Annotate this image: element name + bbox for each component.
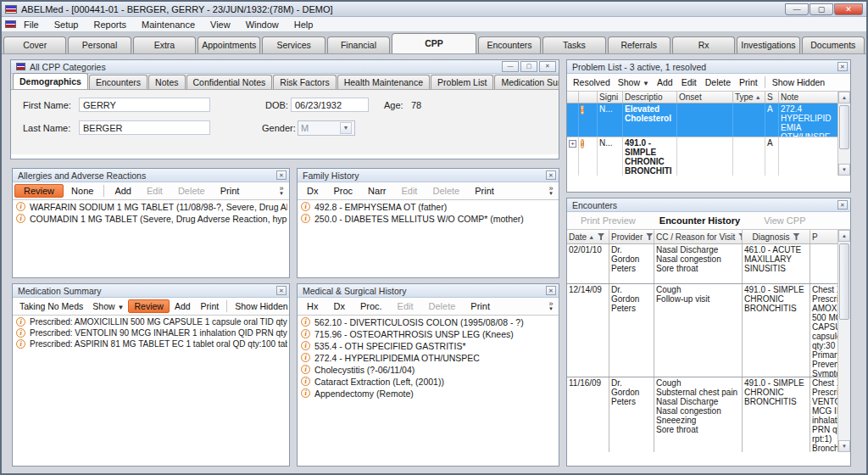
cpp-tab-medication-summary[interactable]: Medication Summary [494, 75, 559, 89]
medication-item[interactable]: i Prescribed: AMOXICILLIN 500 MG CAPSULE… [14, 316, 287, 327]
medication-panel-button[interactable]: ✕ [276, 286, 287, 295]
allergies-add-button[interactable]: Add [107, 184, 139, 198]
medsurg-dx-button[interactable]: Dx [326, 299, 352, 313]
family-edit-button[interactable]: Edit [393, 184, 425, 198]
allergy-item[interactable]: i COUMADIN 1 MG TABLET (Severe, Drug Adv… [14, 213, 287, 225]
menu-file[interactable]: File [16, 18, 47, 31]
hx-button[interactable]: Hx [299, 299, 326, 313]
menu-view[interactable]: View [203, 18, 238, 31]
medsurg-overflow-icon[interactable]: »▼ [545, 301, 557, 311]
family-history-panel-button[interactable]: ✕ [546, 170, 556, 180]
cpp-minimize-button[interactable]: — [502, 61, 519, 72]
col-note[interactable]: Note [779, 92, 837, 103]
col-status[interactable]: S [765, 92, 779, 103]
resolved-button[interactable]: Resolved [569, 75, 615, 89]
menu-window[interactable]: Window [238, 18, 287, 31]
allergies-print-button[interactable]: Print [213, 184, 248, 198]
first-name-input[interactable] [79, 98, 210, 112]
encounter-row[interactable]: 12/14/09 Dr. Gordon Peters Cough Follow-… [567, 284, 837, 377]
tab-investigations[interactable]: Investigations [737, 36, 799, 53]
maximize-button[interactable]: ▢ [810, 3, 833, 15]
tab-documents[interactable]: Documents [802, 36, 865, 53]
scrollbar-thumb[interactable] [839, 243, 849, 320]
medication-item[interactable]: i Prescribed: VENTOLIN 90 MCG INHALER 1 … [14, 327, 287, 338]
dob-input[interactable] [291, 98, 369, 112]
medsurg-item[interactable]: i535.4 - OTH SPECIFIED GASTRITIS* [299, 340, 557, 352]
family-history-item[interactable]: i 492.8 - EMPHYSEMA OT (father) [299, 201, 557, 213]
encounters-scrollbar[interactable]: ▲ ▼ [837, 230, 850, 452]
problems-show-hidden-button[interactable]: Show Hidden [768, 75, 829, 89]
col-type[interactable]: Type▲ [733, 92, 765, 103]
allergies-review-button[interactable]: Review [14, 184, 64, 198]
problem-row[interactable]: + i N... 491.0 - SIMPLE CHRONIC BRONCHIT… [567, 137, 837, 176]
cpp-tab-notes[interactable]: Notes [148, 75, 185, 89]
medsurg-item[interactable]: iCholecystitis (?-06/11/04) [299, 364, 557, 376]
close-button[interactable]: ✕ [834, 3, 863, 15]
col-date[interactable]: Date▲ [567, 230, 609, 243]
col-onset[interactable]: Onset [677, 92, 733, 103]
scroll-up-icon[interactable]: ▲ [838, 230, 850, 242]
tab-services[interactable]: Services [262, 36, 325, 53]
family-delete-button[interactable]: Delete [425, 184, 467, 198]
tab-cover[interactable]: Cover [3, 36, 66, 53]
family-print-button[interactable]: Print [467, 184, 502, 198]
medsurg-edit-button[interactable]: Edit [390, 299, 421, 313]
cpp-tab-problem-list[interactable]: Problem List [431, 75, 493, 89]
cpp-tab-risk-factors[interactable]: Risk Factors [273, 75, 336, 89]
family-proc-button[interactable]: Proc [326, 184, 360, 198]
cpp-tab-confidential-notes[interactable]: Confidential Notes [186, 75, 273, 89]
allergies-delete-button[interactable]: Delete [170, 184, 213, 198]
cpp-tab-demographics[interactable]: Demographics [13, 73, 88, 89]
expand-icon[interactable]: + [569, 140, 576, 148]
menu-help[interactable]: Help [287, 18, 321, 31]
family-overflow-icon[interactable]: »▼ [545, 186, 557, 196]
meds-show-button[interactable]: Show▼ [88, 299, 128, 313]
family-dx-button[interactable]: Dx [299, 184, 326, 198]
allergies-panel-button[interactable]: ✕ [276, 170, 287, 180]
col-plan[interactable]: P [810, 230, 837, 243]
problems-print-button[interactable]: Print [735, 75, 762, 89]
meds-add-button[interactable]: Add [170, 299, 196, 313]
tab-financial[interactable]: Financial [327, 36, 390, 53]
allergies-overflow-icon[interactable]: »▼ [275, 186, 287, 196]
cpp-close-button[interactable]: ✕ [539, 61, 556, 72]
problems-edit-button[interactable]: Edit [677, 75, 701, 89]
problems-show-button[interactable]: Show▼ [615, 75, 653, 89]
tab-encounters[interactable]: Encounters [478, 36, 541, 53]
tab-referrals[interactable]: Referrals [608, 36, 670, 53]
cpp-tab-health-maintenance[interactable]: Health Maintenance [337, 75, 430, 89]
medsurg-item[interactable]: iAppendectomy (Remote) [299, 388, 557, 400]
meds-show-hidden-button[interactable]: Show Hidden [230, 299, 290, 313]
col-provider[interactable]: Provider [609, 230, 654, 243]
medsurg-item[interactable]: i715.96 - OSTEOARTHROSIS UNSP LEG (Knees… [299, 328, 557, 340]
medsurg-delete-button[interactable]: Delete [421, 299, 464, 313]
encounters-panel-button[interactable]: ✕ [837, 200, 848, 210]
scroll-down-icon[interactable]: ▼ [838, 440, 850, 452]
problems-delete-button[interactable]: Delete [701, 75, 735, 89]
col-diagnosis[interactable]: Diagnosis [743, 230, 810, 243]
meds-print-button[interactable]: Print [196, 299, 225, 313]
scroll-up-icon[interactable]: ▲ [838, 92, 850, 103]
meds-review-button[interactable]: Review [128, 299, 169, 313]
col-reason[interactable]: CC / Reason for Visit [654, 230, 743, 243]
medsurg-proc-button[interactable]: Proc. [353, 299, 390, 313]
tab-cpp[interactable]: CPP [392, 33, 476, 53]
allergies-none-button[interactable]: None [64, 184, 101, 198]
menu-reports[interactable]: Reports [86, 18, 134, 31]
menu-maintenance[interactable]: Maintenance [134, 18, 203, 31]
encounter-row[interactable]: 02/01/10 Dr. Gordon Peters Nasal Dischar… [567, 244, 837, 284]
tab-personal[interactable]: Personal [68, 36, 131, 53]
view-cpp-button[interactable]: View CPP [752, 214, 817, 227]
problem-row[interactable]: i N... Elevated Cholesterol A 272.4 HYPE… [567, 103, 837, 137]
col-significance[interactable]: Signi [598, 92, 623, 103]
allergy-item[interactable]: i WARFARIN SODIUM 1 MG TABLET (11/08/98-… [14, 201, 287, 213]
medsurg-item[interactable]: i562.10 - DIVERTICULOSIS COLON (1995/08/… [299, 316, 557, 328]
scrollbar-thumb[interactable] [839, 105, 849, 149]
medication-item[interactable]: i Prescribed: ASPIRIN 81 MG TABLET EC 1 … [14, 338, 287, 349]
encounter-row[interactable]: 11/16/09 Dr. Gordon Peters Cough Subster… [567, 377, 837, 452]
medsurg-print-button[interactable]: Print [463, 299, 498, 313]
allergies-edit-button[interactable]: Edit [139, 184, 170, 198]
print-preview-button[interactable]: Print Preview [569, 214, 648, 227]
encounter-history-button[interactable]: Encounter History [648, 214, 752, 227]
tab-extra[interactable]: Extra [133, 36, 196, 53]
